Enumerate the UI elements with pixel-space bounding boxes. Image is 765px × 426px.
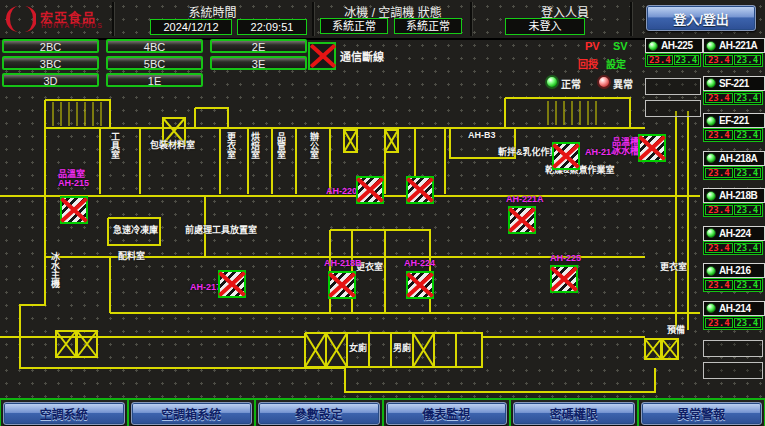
floor-button-3BC[interactable]: 3BC — [2, 56, 99, 70]
chiller-status-value: 系統正常 — [320, 18, 388, 34]
floor-row: 3D1E — [2, 73, 312, 87]
ahu-device-icon-AH-224[interactable] — [406, 271, 434, 299]
room-label: 烘焙室 — [250, 132, 259, 159]
floor-button-2BC[interactable]: 2BC — [2, 39, 99, 53]
ahu-device-icon[interactable] — [406, 176, 434, 204]
pv-value: 23.4 — [705, 205, 733, 215]
equipment-AH-216[interactable]: AH-216 — [703, 263, 765, 278]
equipment-name: AH-216 — [719, 265, 750, 276]
sv-value: 23.4 — [674, 55, 700, 65]
equipment-empty-slot — [645, 100, 701, 117]
floor-button-3E[interactable]: 3E — [210, 56, 307, 70]
equipment-values-EF-221: 23.423.4 — [703, 128, 763, 142]
system-date-value: 2024/12/12 — [150, 19, 232, 35]
nav-button-alarm[interactable]: 異常警報 — [641, 402, 763, 425]
comm-loss-icon — [308, 42, 336, 70]
pv-value: 23.4 — [705, 168, 733, 178]
nav-cell: 空調系統 — [0, 400, 128, 426]
equipment-EF-221[interactable]: EF-221 — [703, 113, 765, 128]
room-label: 男廁 — [393, 344, 411, 353]
room-label: 工具室 — [110, 132, 119, 159]
sv-header: SV — [613, 40, 628, 52]
ahu-device-icon-AH-225[interactable] — [550, 265, 578, 293]
login-logout-button[interactable]: 登入/登出 — [646, 5, 756, 31]
equipment-AH-214[interactable]: AH-214 — [703, 301, 765, 316]
floor-button-4BC[interactable]: 4BC — [106, 39, 203, 53]
floor-button-3D[interactable]: 3D — [2, 73, 99, 87]
pv-value: 23.4 — [705, 93, 733, 103]
room-label: 更衣室 — [660, 263, 687, 272]
divider — [312, 2, 314, 36]
device-label: AH-225 — [550, 254, 581, 263]
equipment-values-AH-221A: 23.423.4 — [703, 53, 763, 67]
floor-button-5BC[interactable]: 5BC — [106, 56, 203, 70]
status-led-icon — [706, 116, 716, 126]
equipment-values-SF-221: 23.423.4 — [703, 91, 763, 105]
equipment-AH-218B[interactable]: AH-218B — [703, 188, 765, 203]
pv-value: 23.4 — [647, 55, 673, 65]
ahu-device-icon-冰水槽[interactable] — [638, 134, 666, 162]
floor-button-2E[interactable]: 2E — [210, 39, 307, 53]
sv-value: 23.4 — [734, 55, 762, 65]
status-led-icon — [706, 191, 716, 201]
status-led-icon — [706, 153, 716, 163]
divider — [112, 2, 114, 36]
equipment-values-AH-218A: 23.423.4 — [703, 166, 763, 180]
scada-floor-monitor-screen: { "header": { "logo": {"brand": "宏亞食品", … — [0, 0, 765, 426]
ahu-device-icon-AH-217[interactable] — [218, 270, 246, 298]
brand-name-en: HUNYA FOODS — [41, 22, 103, 29]
nav-cell: 參數設定 — [255, 400, 383, 426]
equipment-AH-225[interactable]: AH-225 — [645, 38, 703, 53]
equipment-values-AH-225: 23.423.4 — [645, 53, 701, 67]
floor-row: 2BC4BC2E — [2, 39, 312, 53]
room-label: 斬拌&乳化作業 — [498, 148, 559, 157]
nav-cell: 密碼權限 — [510, 400, 638, 426]
floor-row: 3BC5BC3E — [2, 56, 312, 70]
pv-value: 23.4 — [705, 55, 733, 65]
room-label: 急速冷凍庫 — [113, 226, 158, 235]
status-led-icon — [706, 303, 716, 313]
sv-value: 23.4 — [734, 243, 762, 253]
room-label: 前處理工具放置室 — [185, 226, 257, 235]
floor-button-1E[interactable]: 1E — [106, 73, 203, 87]
room-label: 辦公室 — [309, 132, 318, 159]
ahu-device-icon-AH-220A[interactable] — [356, 176, 384, 204]
equipment-AH-221A[interactable]: AH-221A — [703, 38, 765, 53]
pv-value: 23.4 — [705, 318, 733, 328]
nav-button-meter-monitor[interactable]: 儀表監視 — [386, 402, 508, 425]
room-label: AH-B3 — [468, 131, 496, 140]
normal-led-icon — [545, 75, 559, 89]
equipment-name: EF-221 — [719, 115, 749, 126]
equipment-SF-221[interactable]: SF-221 — [703, 76, 765, 91]
login-user-value: 未登入 — [505, 18, 585, 35]
nav-cell: 儀表監視 — [383, 400, 511, 426]
equipment-empty-slot — [703, 340, 763, 357]
device-label: AH-224 — [404, 259, 435, 268]
ahu-device-icon-AH-214[interactable] — [552, 142, 580, 170]
sv-value: 23.4 — [734, 318, 762, 328]
equipment-name: SF-221 — [719, 78, 749, 89]
logo-mark-icon — [4, 3, 36, 35]
ahu-device-icon-AH-218B[interactable] — [328, 271, 356, 299]
ahu-device-icon-AH-215[interactable] — [60, 196, 88, 224]
floor-selector: 2BC4BC2E3BC5BC3E3D1E — [2, 39, 312, 90]
equipment-values-AH-224: 23.423.4 — [703, 241, 763, 255]
nav-button-ac-system[interactable]: 空調系統 — [3, 402, 125, 425]
device-label: AH-218B — [324, 259, 362, 268]
equipment-name: AH-224 — [719, 228, 750, 239]
nav-button-ahu-box-system[interactable]: 空調箱系統 — [131, 402, 253, 425]
nav-button-password-permission[interactable]: 密碼權限 — [513, 402, 635, 425]
equipment-name: AH-218B — [719, 190, 757, 201]
equipment-AH-224[interactable]: AH-224 — [703, 226, 765, 241]
ahu-device-icon-AH-221A[interactable] — [508, 206, 536, 234]
nav-button-param-settings[interactable]: 參數設定 — [258, 402, 380, 425]
pv-sub-label: 回授 — [578, 56, 598, 71]
equipment-empty-slot — [703, 362, 763, 379]
equipment-name: AH-221A — [719, 40, 757, 51]
system-time-value: 22:09:51 — [237, 19, 307, 35]
room-label: 女廁 — [349, 344, 367, 353]
abnormal-label: 異常 — [613, 76, 633, 91]
equipment-AH-218A[interactable]: AH-218A — [703, 151, 765, 166]
bottom-nav-bar: 空調系統空調箱系統參數設定儀表監視密碼權限異常警報 — [0, 398, 765, 426]
status-led-icon — [706, 41, 716, 51]
